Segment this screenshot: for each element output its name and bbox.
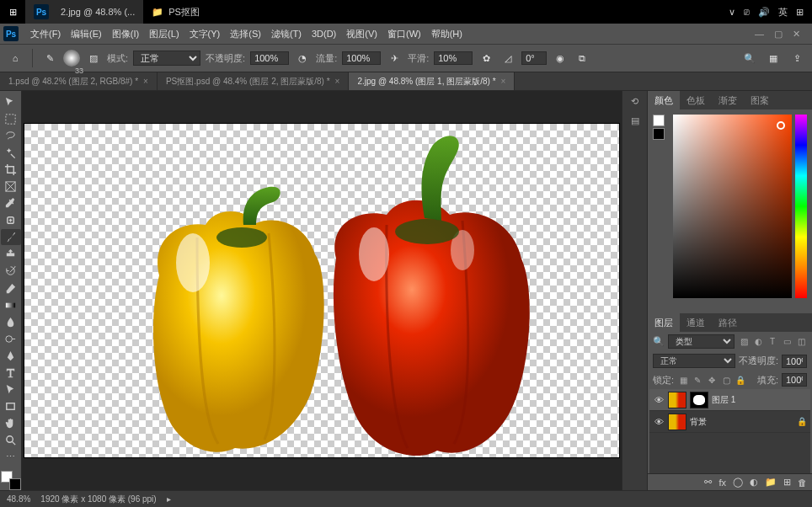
history-brush-tool[interactable]	[1, 263, 21, 279]
visibility-toggle[interactable]: 👁	[653, 417, 665, 427]
symmetry-icon[interactable]: ⧉	[574, 50, 590, 67]
rectangle-tool[interactable]	[1, 398, 21, 414]
home-icon[interactable]: ⌂	[7, 50, 24, 67]
zoom-level[interactable]: 48.8%	[7, 494, 30, 504]
opacity-input[interactable]	[250, 51, 289, 65]
filter-type-icon[interactable]: T	[767, 336, 778, 348]
tray-volume-icon[interactable]: 🔊	[758, 7, 770, 18]
hand-tool[interactable]	[1, 415, 21, 431]
close-icon[interactable]: ×	[143, 77, 148, 86]
filter-shape-icon[interactable]: ▭	[781, 336, 793, 348]
blur-tool[interactable]	[1, 314, 21, 330]
tab-layers[interactable]: 图层	[648, 313, 680, 332]
tab-patterns[interactable]: 图案	[744, 91, 776, 109]
saturation-brightness-picker[interactable]	[673, 115, 792, 298]
tab-swatches[interactable]: 色板	[680, 91, 712, 109]
brush-tool-icon[interactable]: ✎	[41, 50, 58, 67]
tray-display-icon[interactable]: ⎚	[744, 7, 750, 17]
lock-position-icon[interactable]: ✥	[706, 374, 718, 386]
path-selection-tool[interactable]	[1, 382, 21, 398]
frame-tool[interactable]	[1, 179, 21, 195]
workspace-icon[interactable]: ▦	[765, 50, 782, 67]
menu-3d[interactable]: 3D(D)	[307, 27, 341, 40]
background-color[interactable]	[9, 478, 21, 490]
color-swatches[interactable]	[1, 471, 21, 490]
close-icon[interactable]: ×	[501, 77, 506, 86]
magic-wand-tool[interactable]	[1, 145, 21, 161]
menu-help[interactable]: 帮助(H)	[426, 26, 467, 42]
group-icon[interactable]: 📁	[765, 477, 777, 488]
lock-image-icon[interactable]: ✎	[692, 374, 703, 386]
clone-stamp-tool[interactable]	[1, 246, 21, 262]
document-tab-active[interactable]: 2.jpg @ 48.8% (图层 1, 图层蒙版/8) *×	[349, 72, 515, 90]
move-tool[interactable]	[1, 94, 21, 110]
pressure-opacity-icon[interactable]: ◔	[294, 50, 311, 67]
edit-toolbar[interactable]: ⋯	[1, 449, 21, 465]
layer-style-icon[interactable]: fx	[719, 478, 726, 488]
lock-all-icon[interactable]: 🔒	[735, 374, 746, 386]
gradient-tool[interactable]	[1, 297, 21, 313]
lock-artboard-icon[interactable]: ▢	[720, 374, 732, 386]
maximize-button[interactable]: ▢	[774, 29, 783, 40]
windows-start-button[interactable]: ⊞	[0, 0, 25, 24]
panel-foreground-color[interactable]	[653, 115, 665, 126]
share-icon[interactable]: ⇪	[788, 50, 805, 67]
new-layer-icon[interactable]: ⊞	[783, 477, 791, 488]
document-tab[interactable]: PS抠图.psd @ 48.4% (图层 2, 图层蒙版/8) *×	[158, 72, 350, 90]
brush-preset-picker[interactable]: 33	[63, 50, 80, 67]
smoothing-input[interactable]	[434, 51, 473, 65]
type-tool[interactable]	[1, 365, 21, 381]
airbrush-icon[interactable]: ✈	[386, 50, 403, 67]
panel-background-color[interactable]	[653, 128, 665, 140]
status-chevron-icon[interactable]: ▸	[167, 494, 171, 504]
angle-icon[interactable]: ◿	[499, 50, 516, 67]
history-panel-icon[interactable]: ⟲	[631, 96, 638, 107]
app-icon[interactable]: Ps	[3, 26, 19, 41]
adjustment-layer-icon[interactable]: ◐	[750, 477, 758, 488]
tray-chevron-icon[interactable]: ∨	[729, 7, 735, 18]
tab-color[interactable]: 颜色	[648, 91, 680, 109]
zoom-tool[interactable]	[1, 432, 21, 448]
add-mask-icon[interactable]: ◯	[733, 477, 743, 488]
layer-filter-select[interactable]: 类型	[668, 334, 735, 349]
pressure-size-icon[interactable]: ◉	[552, 50, 569, 67]
tab-paths[interactable]: 路径	[712, 313, 744, 332]
menu-filter[interactable]: 滤镜(T)	[266, 26, 307, 42]
close-icon[interactable]: ×	[335, 77, 340, 86]
flow-input[interactable]	[342, 51, 381, 65]
tab-channels[interactable]: 通道	[680, 313, 712, 332]
layer-name[interactable]: 背景	[690, 416, 707, 428]
menu-select[interactable]: 选择(S)	[225, 26, 266, 42]
menu-type[interactable]: 文字(Y)	[184, 26, 226, 42]
eraser-tool[interactable]	[1, 280, 21, 296]
menu-layer[interactable]: 图层(L)	[144, 26, 184, 42]
brush-panel-toggle[interactable]: ▨	[85, 50, 102, 67]
menu-window[interactable]: 窗口(W)	[382, 26, 426, 42]
pen-tool[interactable]	[1, 348, 21, 364]
eyedropper-tool[interactable]	[1, 195, 21, 211]
visibility-toggle[interactable]: 👁	[653, 395, 665, 405]
lock-transparent-icon[interactable]: ▦	[677, 374, 689, 386]
menu-view[interactable]: 视图(V)	[341, 26, 382, 42]
minimize-button[interactable]: —	[755, 29, 764, 40]
taskbar-item-folder[interactable]: 📁 PS抠图	[143, 0, 208, 24]
layer-opacity-input[interactable]	[782, 355, 807, 368]
layer-name[interactable]: 图层 1	[712, 394, 735, 406]
hue-slider[interactable]	[795, 115, 807, 298]
menu-edit[interactable]: 编辑(E)	[66, 26, 107, 42]
close-button[interactable]: ✕	[793, 29, 800, 40]
delete-layer-icon[interactable]: 🗑	[798, 478, 807, 488]
search-icon[interactable]: 🔍	[653, 336, 665, 347]
layer-row[interactable]: 👁 背景 🔒	[649, 411, 810, 433]
layer-thumbnail[interactable]	[668, 414, 686, 430]
brush-tool[interactable]	[1, 229, 21, 245]
lasso-tool[interactable]	[1, 128, 21, 144]
search-icon[interactable]: 🔍	[741, 50, 758, 67]
tray-ime-icon[interactable]: 英	[778, 6, 788, 19]
layer-fill-input[interactable]	[782, 373, 807, 387]
document-tab[interactable]: 1.psd @ 48.2% (图层 2, RGB/8#) *×	[0, 72, 158, 90]
layer-row[interactable]: 👁 图层 1	[649, 389, 810, 411]
smoothing-options-icon[interactable]: ✿	[478, 50, 494, 67]
angle-input[interactable]	[521, 51, 547, 65]
properties-panel-icon[interactable]: ▤	[631, 115, 639, 126]
